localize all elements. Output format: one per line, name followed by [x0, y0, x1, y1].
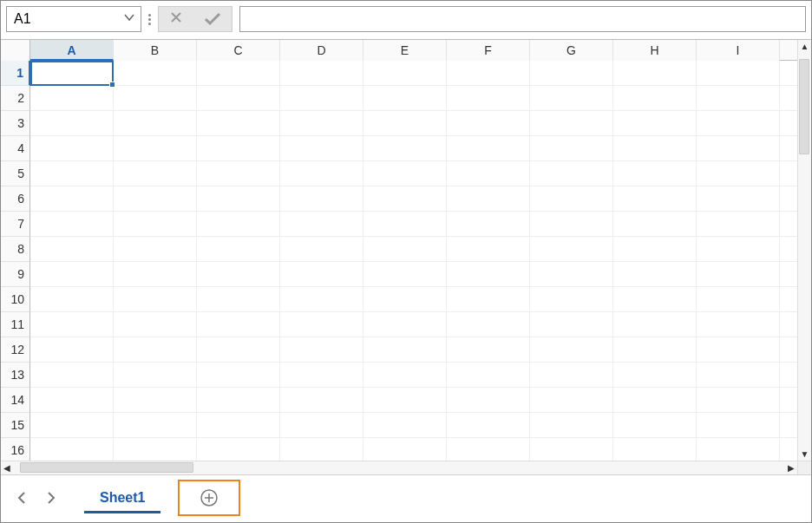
cell-I9[interactable]	[697, 262, 780, 287]
scroll-up-icon[interactable]: ▲	[801, 40, 809, 53]
cell-I16[interactable]	[697, 438, 780, 461]
cell-A15[interactable]	[30, 413, 114, 438]
cell-G3[interactable]	[530, 111, 613, 136]
cell-I2[interactable]	[697, 86, 780, 111]
cell-D14[interactable]	[280, 388, 363, 413]
row-header-2[interactable]: 2	[1, 86, 30, 111]
cell-G11[interactable]	[530, 312, 613, 337]
cell-E9[interactable]	[363, 262, 447, 287]
cell-C12[interactable]	[197, 337, 280, 363]
cell-G12[interactable]	[530, 337, 613, 363]
cell-F7[interactable]	[447, 212, 530, 237]
row-header-11[interactable]: 11	[1, 312, 30, 337]
cell-G16[interactable]	[530, 438, 613, 461]
formula-input[interactable]	[239, 6, 806, 32]
cell-D8[interactable]	[280, 237, 363, 262]
cell-A10[interactable]	[30, 287, 114, 312]
cell-A1[interactable]	[30, 61, 114, 86]
cell-H16[interactable]	[613, 438, 697, 461]
horizontal-scrollbar[interactable]: ◀ ▶	[1, 461, 797, 474]
cell-H10[interactable]	[613, 287, 697, 312]
column-header-B[interactable]: B	[114, 40, 197, 61]
row-header-1[interactable]: 1	[1, 61, 30, 86]
cell-F4[interactable]	[447, 136, 530, 161]
cell-F15[interactable]	[447, 413, 530, 438]
cell-H1[interactable]	[613, 61, 697, 86]
cell-C15[interactable]	[197, 413, 280, 438]
cell-I12[interactable]	[697, 337, 780, 363]
cell-C16[interactable]	[197, 438, 280, 461]
cell-H3[interactable]	[613, 111, 697, 136]
cell-F14[interactable]	[447, 388, 530, 413]
cell-F3[interactable]	[447, 111, 530, 136]
cell-B8[interactable]	[114, 237, 197, 262]
cell-G10[interactable]	[530, 287, 613, 312]
cell-D1[interactable]	[280, 61, 363, 86]
horizontal-scroll-thumb[interactable]	[20, 462, 193, 473]
cell-C7[interactable]	[197, 212, 280, 237]
cell-I5[interactable]	[697, 161, 780, 186]
cell-C14[interactable]	[197, 388, 280, 413]
cell-G2[interactable]	[530, 86, 613, 111]
cell-H6[interactable]	[613, 186, 697, 212]
cell-B5[interactable]	[114, 161, 197, 186]
select-all-corner[interactable]	[1, 40, 30, 61]
row-header-10[interactable]: 10	[1, 287, 30, 312]
cell-E12[interactable]	[363, 337, 447, 363]
scroll-down-icon[interactable]: ▼	[801, 448, 809, 461]
cell-A12[interactable]	[30, 337, 114, 363]
column-header-H[interactable]: H	[613, 40, 697, 61]
cell-D6[interactable]	[280, 186, 363, 212]
cell-I11[interactable]	[697, 312, 780, 337]
cell-B3[interactable]	[114, 111, 197, 136]
cell-E7[interactable]	[363, 212, 447, 237]
cell-F9[interactable]	[447, 262, 530, 287]
cell-E8[interactable]	[363, 237, 447, 262]
cell-C10[interactable]	[197, 287, 280, 312]
tab-nav-next[interactable]	[39, 486, 63, 510]
cell-B12[interactable]	[114, 337, 197, 363]
cell-B6[interactable]	[114, 186, 197, 212]
cell-I1[interactable]	[697, 61, 780, 86]
cell-H11[interactable]	[613, 312, 697, 337]
cell-I6[interactable]	[697, 186, 780, 212]
cell-F2[interactable]	[447, 86, 530, 111]
row-header-15[interactable]: 15	[1, 413, 30, 438]
cell-A7[interactable]	[30, 212, 114, 237]
cell-F5[interactable]	[447, 161, 530, 186]
cell-C9[interactable]	[197, 262, 280, 287]
cell-D4[interactable]	[280, 136, 363, 161]
cell-A11[interactable]	[30, 312, 114, 337]
cell-C4[interactable]	[197, 136, 280, 161]
cell-I13[interactable]	[697, 363, 780, 388]
cell-B16[interactable]	[114, 438, 197, 461]
cell-D10[interactable]	[280, 287, 363, 312]
row-header-13[interactable]: 13	[1, 363, 30, 388]
cell-F8[interactable]	[447, 237, 530, 262]
cell-E10[interactable]	[363, 287, 447, 312]
column-header-C[interactable]: C	[197, 40, 280, 61]
cell-C5[interactable]	[197, 161, 280, 186]
cell-F16[interactable]	[447, 438, 530, 461]
cell-G4[interactable]	[530, 136, 613, 161]
cell-B7[interactable]	[114, 212, 197, 237]
cell-E15[interactable]	[363, 413, 447, 438]
cell-I15[interactable]	[697, 413, 780, 438]
cell-E1[interactable]	[363, 61, 447, 86]
cell-E11[interactable]	[363, 312, 447, 337]
cell-F1[interactable]	[447, 61, 530, 86]
cell-D11[interactable]	[280, 312, 363, 337]
cell-A3[interactable]	[30, 111, 114, 136]
row-header-16[interactable]: 16	[1, 438, 30, 461]
cell-E16[interactable]	[363, 438, 447, 461]
cell-E14[interactable]	[363, 388, 447, 413]
cell-B13[interactable]	[114, 363, 197, 388]
cell-E4[interactable]	[363, 136, 447, 161]
cell-H5[interactable]	[613, 161, 697, 186]
cell-H2[interactable]	[613, 86, 697, 111]
cell-A8[interactable]	[30, 237, 114, 262]
column-header-E[interactable]: E	[363, 40, 447, 61]
tab-nav-prev[interactable]	[10, 486, 34, 510]
column-header-F[interactable]: F	[447, 40, 530, 61]
cell-C1[interactable]	[197, 61, 280, 86]
